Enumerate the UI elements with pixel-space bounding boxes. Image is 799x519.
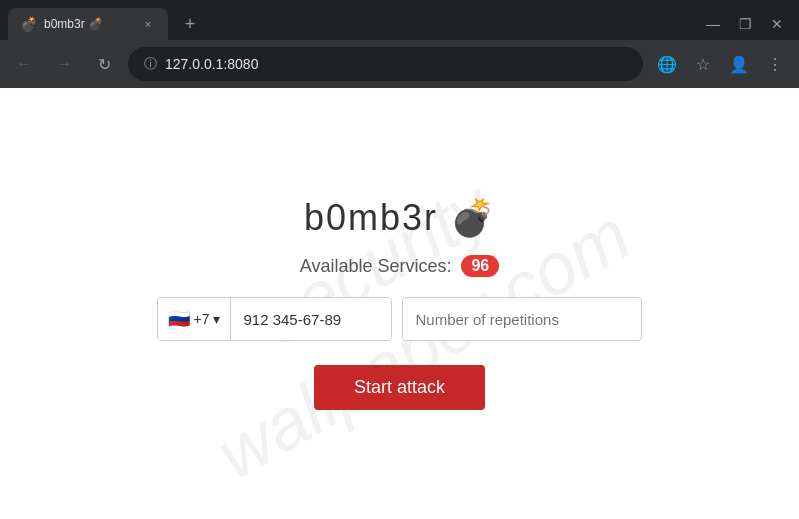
phone-input[interactable] — [231, 298, 391, 340]
reload-button[interactable]: ↻ — [88, 48, 120, 80]
available-services: Available Services: 96 — [300, 255, 500, 277]
browser-chrome: 💣 b0mb3r 💣 × + — ❐ ✕ ← → ↻ ⓘ 127.0.0.1:8… — [0, 0, 799, 88]
country-code: +7 — [194, 311, 210, 327]
tab-favicon-icon: 💣 — [20, 16, 36, 32]
country-select[interactable]: 🇷🇺 +7 ▾ — [158, 298, 232, 340]
phone-field[interactable]: 🇷🇺 +7 ▾ — [157, 297, 393, 341]
flag-icon: 🇷🇺 — [168, 308, 190, 330]
tab-bar: 💣 b0mb3r 💣 × + — ❐ ✕ — [0, 0, 799, 40]
address-bar: ← → ↻ ⓘ 127.0.0.1:8080 🌐 ☆ 👤 ⋮ — [0, 40, 799, 88]
app-title: b0mb3r — [304, 197, 438, 239]
new-tab-button[interactable]: + — [176, 10, 204, 38]
toolbar-actions: 🌐 ☆ 👤 ⋮ — [651, 48, 791, 80]
app-emoji: 💣 — [450, 197, 495, 239]
url-field[interactable]: ⓘ 127.0.0.1:8080 — [128, 47, 643, 81]
start-attack-button[interactable]: Start attack — [314, 365, 485, 410]
content-inner: b0mb3r 💣 Available Services: 96 🇷🇺 +7 ▾ … — [157, 197, 643, 410]
info-icon: ⓘ — [144, 55, 157, 73]
bookmark-icon[interactable]: ☆ — [687, 48, 719, 80]
menu-icon[interactable]: ⋮ — [759, 48, 791, 80]
page-content: security wallpaper.com b0mb3r 💣 Availabl… — [0, 88, 799, 519]
input-row: 🇷🇺 +7 ▾ — [157, 297, 643, 341]
minimize-button[interactable]: — — [699, 10, 727, 38]
available-services-label: Available Services: — [300, 256, 452, 277]
forward-button[interactable]: → — [48, 48, 80, 80]
repetitions-input[interactable] — [402, 297, 642, 341]
url-text: 127.0.0.1:8080 — [165, 56, 258, 72]
maximize-button[interactable]: ❐ — [731, 10, 759, 38]
dropdown-arrow-icon: ▾ — [213, 311, 220, 327]
tab-title: b0mb3r 💣 — [44, 17, 132, 31]
active-tab[interactable]: 💣 b0mb3r 💣 × — [8, 8, 168, 40]
services-count-badge: 96 — [461, 255, 499, 277]
translate-icon[interactable]: 🌐 — [651, 48, 683, 80]
window-controls: — ❐ ✕ — [699, 10, 791, 38]
account-icon[interactable]: 👤 — [723, 48, 755, 80]
tab-close-button[interactable]: × — [140, 16, 156, 32]
close-window-button[interactable]: ✕ — [763, 10, 791, 38]
back-button[interactable]: ← — [8, 48, 40, 80]
